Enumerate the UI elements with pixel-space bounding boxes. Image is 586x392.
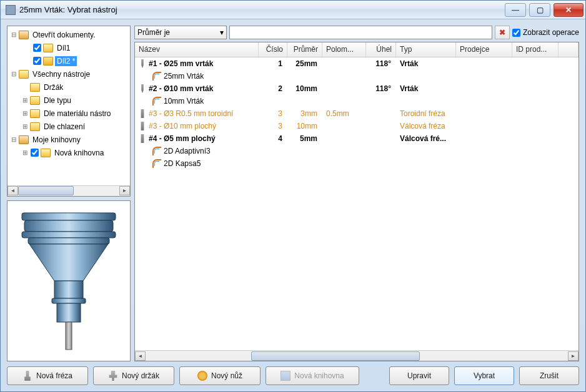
knife-icon <box>197 371 207 381</box>
svg-rect-4 <box>54 281 83 298</box>
operation-icon <box>152 159 161 168</box>
scroll-left-button[interactable]: ◄ <box>135 351 146 361</box>
column-header-angle[interactable]: Úhel <box>366 42 396 57</box>
table-row[interactable]: #2 - Ø10 mm vrták210mm118°Vrták <box>135 82 579 95</box>
tree-item-dil2[interactable]: Díl2 * <box>7 54 130 67</box>
column-header-type[interactable]: Typ <box>396 42 456 57</box>
expand-icon[interactable]: ⊞ <box>21 123 29 130</box>
operation-icon <box>152 147 161 155</box>
collapse-icon[interactable]: ⊟ <box>10 136 17 143</box>
dialog-content: ⊟ Otevřít dokumenty. Díl1 Díl2 * <box>1 19 585 391</box>
scroll-right-button[interactable]: ► <box>119 186 130 195</box>
mill-icon <box>139 122 146 130</box>
tree-item-my-libraries[interactable]: ⊟ Moje knihovny <box>7 133 130 146</box>
library-icon <box>281 371 291 381</box>
maximize-button[interactable]: ▢ <box>529 3 550 17</box>
table-row[interactable]: 2D Kapsa5 <box>135 157 579 170</box>
table-row[interactable]: #3 - Ø10 mm plochý310mmVálcová fréza <box>135 120 579 132</box>
table-row[interactable]: #1 - Ø25 mm vrták125mm118°Vrták <box>135 57 579 70</box>
tool-table-panel: Název Číslo Průměr Polom... Úhel Typ Pro… <box>134 42 579 361</box>
close-button[interactable]: ✕ <box>554 3 584 17</box>
new-mill-button[interactable]: Nová fréza <box>7 366 88 385</box>
category-icon <box>30 122 40 131</box>
holder-icon <box>30 83 40 92</box>
tree-item-by-material[interactable]: ⊞ Dle materiálu nástro <box>7 107 130 120</box>
cancel-button[interactable]: Zrušit <box>519 366 579 385</box>
mill-icon <box>22 371 32 381</box>
tree-check-dil1[interactable] <box>33 44 41 52</box>
collapse-icon[interactable]: ⊟ <box>10 31 17 38</box>
table-horizontal-scrollbar[interactable]: ◄ ► <box>135 350 579 361</box>
table-row[interactable]: 25mm Vrták <box>135 70 579 82</box>
table-header: Název Číslo Průměr Polom... Úhel Typ Pro… <box>135 42 579 57</box>
titlebar[interactable]: 25mm Vrták: Vybrat nástroj — ▢ ✕ <box>1 1 585 19</box>
tree-item-open-documents[interactable]: ⊟ Otevřít dokumenty. <box>7 28 130 41</box>
column-header-diameter[interactable]: Průměr <box>287 42 322 57</box>
tree-check-newlib[interactable] <box>31 149 39 157</box>
table-row[interactable]: 10mm Vrták <box>135 95 579 107</box>
folder-open-icon <box>19 135 29 144</box>
table-row[interactable]: #4 - Ø5 mm plochý45mmVálcová fré... <box>135 132 579 145</box>
tool-preview-image <box>16 209 122 353</box>
document-icon <box>43 57 53 66</box>
tree-item-dil1[interactable]: Díl1 <box>7 41 130 54</box>
holder-icon <box>108 371 118 381</box>
tree-item-all-tools[interactable]: ⊟ Všechny nástroje <box>7 67 130 81</box>
filter-clear-button[interactable]: ✖ <box>495 26 510 39</box>
document-icon <box>43 44 53 52</box>
select-button[interactable]: Vybrat <box>454 366 514 385</box>
expand-icon[interactable]: ⊞ <box>21 149 29 156</box>
table-row[interactable]: 2D Adaptivní3 <box>135 145 579 157</box>
expand-icon[interactable]: ⊞ <box>21 110 29 117</box>
collapse-icon[interactable]: ⊟ <box>10 71 17 77</box>
scroll-right-button[interactable]: ► <box>568 351 579 361</box>
scroll-left-button[interactable]: ◄ <box>7 186 18 195</box>
svg-rect-3 <box>28 238 109 244</box>
edit-button[interactable]: Upravit <box>389 366 449 385</box>
library-tree-panel: ⊟ Otevřít dokumenty. Díl1 Díl2 * <box>7 26 131 197</box>
tools-icon <box>19 70 29 79</box>
drill-icon <box>139 59 146 68</box>
library-icon <box>41 149 51 157</box>
tree-item-by-type[interactable]: ⊞ Dle typu <box>7 94 130 107</box>
filter-property-select[interactable]: Průměr je ▾ <box>134 26 227 39</box>
show-operations-toggle[interactable]: Zobrazit operace <box>512 28 579 37</box>
new-knife-button[interactable]: Nový nůž <box>179 366 261 385</box>
new-holder-button[interactable]: Nový držák <box>93 366 174 385</box>
expand-icon[interactable]: ⊞ <box>21 97 29 104</box>
button-row: Nová fréza Nový držák Nový nůž Nová knih… <box>7 366 579 385</box>
column-header-extra[interactable] <box>559 42 579 57</box>
window-title: 25mm Vrták: Vybrat nástroj <box>19 5 504 14</box>
tree-item-new-library[interactable]: ⊞ Nová knihovna <box>7 146 130 159</box>
show-operations-checkbox[interactable] <box>512 29 520 37</box>
tree-item-holder[interactable]: Držák <box>7 81 130 94</box>
new-library-button[interactable]: Nová knihovna <box>266 366 359 385</box>
table-row[interactable]: #3 - Ø3 R0.5 mm toroidní33mm0.5mmToroidn… <box>135 107 579 120</box>
svg-rect-2 <box>22 232 116 238</box>
column-header-radius[interactable]: Polom... <box>322 42 366 57</box>
svg-rect-5 <box>52 298 86 303</box>
filter-row: Průměr je ▾ ✖ Zobrazit operace <box>134 26 579 39</box>
tree-check-dil2[interactable] <box>33 57 41 65</box>
column-header-vendor[interactable]: Prodejce <box>456 42 512 57</box>
mill-icon <box>139 134 146 143</box>
svg-rect-6 <box>57 303 81 322</box>
svg-rect-0 <box>22 213 116 220</box>
tool-preview-panel <box>7 200 131 361</box>
filter-value-input[interactable] <box>229 26 492 39</box>
column-header-name[interactable]: Název <box>135 42 259 57</box>
operation-icon <box>152 72 161 81</box>
mill-icon <box>139 109 146 118</box>
column-header-number[interactable]: Číslo <box>259 42 287 57</box>
tree-horizontal-scrollbar[interactable]: ◄ ► <box>7 185 130 196</box>
minimize-button[interactable]: — <box>505 3 526 17</box>
dialog-window: 25mm Vrták: Vybrat nástroj — ▢ ✕ ⊟ Otevř… <box>0 0 586 392</box>
svg-rect-7 <box>66 322 72 350</box>
chevron-down-icon: ▾ <box>220 28 224 37</box>
operation-icon <box>152 97 161 105</box>
category-icon <box>30 96 40 105</box>
svg-rect-1 <box>24 220 113 232</box>
app-icon <box>6 5 16 15</box>
tree-item-by-cooling[interactable]: ⊞ Dle chlazení <box>7 120 130 133</box>
column-header-id[interactable]: ID prod... <box>512 42 559 57</box>
